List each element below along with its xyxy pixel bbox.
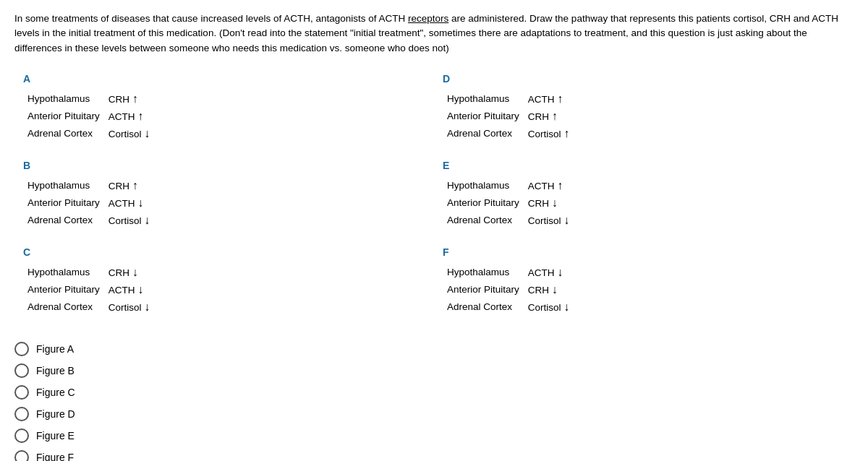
organ-cell: Hypothalamus	[443, 90, 524, 108]
hormone-name: Cortisol	[528, 215, 564, 226]
figure-label-A: A	[23, 73, 425, 85]
options-section: Figure AFigure BFigure CFigure DFigure E…	[14, 342, 854, 461]
table-row: Adrenal CortexCortisol ↓	[23, 298, 154, 316]
organ-cell: Adrenal Cortex	[443, 212, 524, 229]
organ-cell: Hypothalamus	[23, 90, 104, 108]
organ-cell: Anterior Pituitary	[23, 108, 104, 125]
hormone-name: CRH	[109, 94, 132, 105]
table-row: Anterior PituitaryACTH ↓	[23, 281, 154, 298]
organ-cell: Anterior Pituitary	[23, 281, 104, 298]
hormone-cell: CRH ↑	[524, 108, 574, 125]
radio-button[interactable]	[14, 385, 29, 400]
table-row: Adrenal CortexCortisol ↓	[443, 298, 574, 316]
table-row: Anterior PituitaryCRH ↓	[443, 281, 574, 298]
hormone-cell: Cortisol ↓	[524, 212, 574, 229]
hormone-name: CRH	[109, 267, 132, 278]
option-opt-F[interactable]: Figure F	[14, 450, 854, 461]
table-row: HypothalamusACTH ↓	[443, 264, 574, 281]
arrow-down: ↓	[137, 283, 143, 296]
radio-button[interactable]	[14, 407, 29, 421]
question-underline: receptors	[408, 13, 448, 24]
hormone-cell: Cortisol ↓	[524, 298, 574, 316]
organ-cell: Adrenal Cortex	[23, 125, 104, 142]
organ-cell: Adrenal Cortex	[23, 212, 104, 229]
figure-A: AHypothalamusCRH ↑Anterior PituitaryACTH…	[14, 67, 434, 154]
arrow-down: ↓	[552, 283, 558, 296]
figure-label-C: C	[23, 246, 425, 258]
hormone-name: Cortisol	[528, 302, 564, 313]
organ-cell: Adrenal Cortex	[443, 125, 524, 142]
table-row: Anterior PituitaryACTH ↑	[23, 108, 154, 125]
hormone-name: Cortisol	[109, 129, 145, 139]
radio-button[interactable]	[14, 342, 29, 356]
question-text: In some treatments of diseases that caus…	[14, 12, 854, 56]
figure-label-B: B	[23, 160, 425, 171]
option-opt-B[interactable]: Figure B	[14, 363, 854, 378]
organ-cell: Anterior Pituitary	[23, 194, 104, 212]
figures-container: AHypothalamusCRH ↑Anterior PituitaryACTH…	[14, 67, 854, 327]
hormone-name: CRH	[109, 181, 132, 191]
table-row: Anterior PituitaryACTH ↓	[23, 194, 154, 212]
arrow-up: ↑	[132, 179, 138, 192]
arrow-up: ↑	[563, 127, 569, 140]
arrow-up: ↑	[552, 110, 558, 123]
hormone-name: ACTH	[109, 285, 138, 296]
figure-B: BHypothalamusCRH ↑Anterior PituitaryACTH…	[14, 154, 434, 241]
hormone-cell: ACTH ↓	[104, 194, 155, 212]
pathway-table-B: HypothalamusCRH ↑Anterior PituitaryACTH …	[23, 177, 154, 229]
arrow-up: ↑	[132, 92, 138, 105]
figure-E: EHypothalamusACTH ↑Anterior PituitaryCRH…	[434, 154, 854, 241]
hormone-name: CRH	[528, 285, 552, 296]
arrow-down: ↓	[144, 127, 150, 140]
arrow-up: ↑	[557, 92, 563, 105]
organ-cell: Adrenal Cortex	[443, 298, 524, 316]
organ-cell: Adrenal Cortex	[23, 298, 104, 316]
hormone-name: ACTH	[528, 267, 558, 278]
organ-cell: Hypothalamus	[443, 264, 524, 281]
figure-label-E: E	[443, 160, 845, 171]
hormone-cell: Cortisol ↓	[104, 298, 155, 316]
table-row: Adrenal CortexCortisol ↓	[23, 125, 154, 142]
arrow-down: ↓	[563, 301, 569, 314]
option-opt-D[interactable]: Figure D	[14, 407, 854, 421]
arrow-down: ↓	[557, 266, 563, 279]
hormone-cell: ACTH ↓	[524, 264, 574, 281]
table-row: HypothalamusCRH ↑	[23, 177, 154, 194]
hormone-name: Cortisol	[109, 302, 145, 313]
hormone-cell: ACTH ↑	[524, 177, 574, 194]
option-opt-E[interactable]: Figure E	[14, 428, 854, 443]
option-label: Figure F	[36, 452, 74, 461]
organ-cell: Hypothalamus	[23, 264, 104, 281]
pathway-table-C: HypothalamusCRH ↓Anterior PituitaryACTH …	[23, 264, 154, 316]
option-opt-A[interactable]: Figure A	[14, 342, 854, 356]
figure-F: FHypothalamusACTH ↓Anterior PituitaryCRH…	[434, 241, 854, 327]
arrow-down: ↓	[563, 214, 569, 227]
table-row: HypothalamusCRH ↓	[23, 264, 154, 281]
hormone-cell: Cortisol ↓	[104, 212, 155, 229]
hormone-cell: CRH ↓	[524, 281, 574, 298]
hormone-cell: CRH ↑	[104, 90, 155, 108]
radio-button[interactable]	[14, 363, 29, 378]
table-row: Adrenal CortexCortisol ↑	[443, 125, 574, 142]
table-row: Adrenal CortexCortisol ↓	[23, 212, 154, 229]
pathway-table-F: HypothalamusACTH ↓Anterior PituitaryCRH …	[443, 264, 574, 316]
arrow-up: ↑	[137, 110, 143, 123]
radio-button[interactable]	[14, 428, 29, 443]
hormone-cell: CRH ↑	[104, 177, 155, 194]
hormone-cell: CRH ↓	[104, 264, 155, 281]
option-label: Figure C	[36, 387, 75, 398]
radio-button[interactable]	[14, 450, 29, 461]
option-label: Figure A	[36, 343, 74, 355]
option-opt-C[interactable]: Figure C	[14, 385, 854, 400]
pathway-table-D: HypothalamusACTH ↑Anterior PituitaryCRH …	[443, 90, 574, 142]
arrow-down: ↓	[144, 214, 150, 227]
hormone-name: ACTH	[528, 181, 558, 191]
figure-C: CHypothalamusCRH ↓Anterior PituitaryACTH…	[14, 241, 434, 327]
table-row: HypothalamusACTH ↑	[443, 90, 574, 108]
hormone-cell: Cortisol ↑	[524, 125, 574, 142]
option-label: Figure D	[36, 408, 75, 420]
table-row: Anterior PituitaryCRH ↓	[443, 194, 574, 212]
organ-cell: Anterior Pituitary	[443, 281, 524, 298]
hormone-name: Cortisol	[528, 129, 564, 139]
table-row: HypothalamusACTH ↑	[443, 177, 574, 194]
